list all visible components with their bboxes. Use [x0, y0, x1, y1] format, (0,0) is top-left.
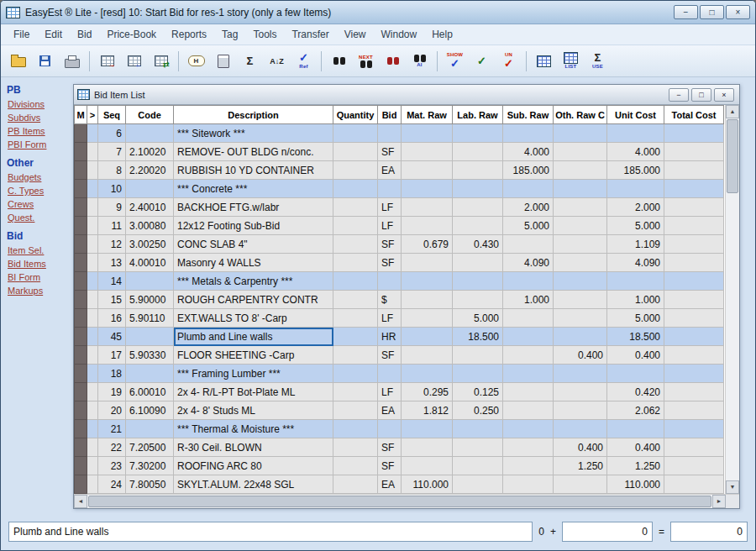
cell-gt[interactable]	[87, 328, 98, 346]
sort-button[interactable]: A↓Z	[264, 48, 290, 75]
cell-total[interactable]	[664, 180, 724, 198]
cell-bid[interactable]: SF	[378, 346, 402, 365]
cell-m[interactable]	[75, 217, 87, 235]
calculator-button[interactable]	[210, 48, 236, 75]
menu-price-book[interactable]: Price-Book	[99, 26, 164, 43]
cell-unit[interactable]: 185.000	[607, 161, 664, 180]
cell-sub[interactable]: 4.090	[503, 254, 554, 272]
cell-lab[interactable]	[453, 124, 503, 143]
cell-seq[interactable]: 7	[98, 143, 126, 161]
column-header-unit[interactable]: Unit Cost	[607, 106, 664, 124]
cell-desc[interactable]: CONC SLAB 4"	[174, 235, 333, 254]
bid-row-19[interactable]: 196.000102x 4- R/L-PT Bot-Plate MLLF0.29…	[75, 383, 724, 401]
cell-m[interactable]	[75, 143, 87, 161]
cell-qty[interactable]	[333, 272, 378, 291]
bid-row-15[interactable]: 155.90000ROUGH CARPENTRY CONTR$1.0001.00…	[75, 291, 724, 309]
cell-unit[interactable]: 2.000	[607, 198, 664, 217]
find-tagged-button[interactable]	[380, 48, 406, 75]
cell-m[interactable]	[75, 438, 87, 457]
cell-mat[interactable]	[402, 309, 453, 328]
cell-unit[interactable]	[607, 124, 664, 143]
sidebar-link-markups[interactable]: Markups	[8, 286, 69, 296]
cell-qty[interactable]	[333, 235, 378, 254]
bid-row-16[interactable]: 165.90110EXT.WALLS TO 8' -CarpLF5.0005.0…	[75, 309, 724, 328]
cell-gt[interactable]	[87, 420, 98, 438]
bid-row-10[interactable]: 10*** Concrete ***	[75, 180, 724, 198]
cell-gt[interactable]	[87, 235, 98, 254]
cell-bid[interactable]	[378, 365, 402, 383]
column-header-m[interactable]: M	[75, 106, 87, 124]
cell-gt[interactable]	[87, 143, 98, 161]
cell-sub[interactable]	[503, 309, 554, 328]
column-header-sub[interactable]: Sub. Raw	[503, 106, 554, 124]
column-header-bid[interactable]: Bid	[378, 106, 402, 124]
price-grid-button[interactable]	[531, 48, 557, 75]
tag-all-button[interactable]: ✓	[469, 48, 495, 75]
cell-oth[interactable]: 0.400	[554, 438, 607, 457]
cell-qty[interactable]	[333, 383, 378, 401]
cell-gt[interactable]	[87, 346, 98, 365]
cell-code[interactable]: 2.10020	[126, 143, 174, 161]
scroll-up-arrow[interactable]: ▲	[726, 105, 739, 118]
cell-oth[interactable]	[554, 254, 607, 272]
cell-seq[interactable]: 14	[98, 272, 126, 291]
menu-transfer[interactable]: Transfer	[284, 26, 336, 43]
cell-bid[interactable]: SF	[378, 457, 402, 475]
cell-oth[interactable]	[554, 217, 607, 235]
cell-m[interactable]	[75, 291, 87, 309]
cell-unit[interactable]: 18.500	[607, 328, 664, 346]
cell-sub[interactable]: 4.000	[503, 143, 554, 161]
cell-m[interactable]	[75, 254, 87, 272]
column-header-seq[interactable]: Seq	[98, 106, 126, 124]
cell-gt[interactable]	[87, 254, 98, 272]
cell-oth[interactable]	[554, 383, 607, 401]
bid-row-18[interactable]: 18*** Framing Lumber ***	[75, 365, 724, 383]
sidebar-link-pbi-form[interactable]: PBI Form	[8, 139, 69, 150]
cell-m[interactable]	[75, 346, 87, 365]
cell-code[interactable]: 4.00010	[126, 254, 174, 272]
cell-oth[interactable]	[554, 291, 607, 309]
cell-desc[interactable]: ROOFING ARC 80	[174, 457, 333, 475]
child-close-button[interactable]: ×	[714, 88, 734, 102]
cell-lab[interactable]	[453, 365, 503, 383]
cell-seq[interactable]: 21	[98, 420, 126, 438]
cell-code[interactable]: 7.30200	[126, 457, 174, 475]
cell-m[interactable]	[75, 328, 87, 346]
cell-mat[interactable]	[402, 217, 453, 235]
cell-mat[interactable]	[402, 180, 453, 198]
cell-gt[interactable]	[87, 309, 98, 328]
cell-lab[interactable]	[453, 198, 503, 217]
save-button[interactable]	[32, 48, 58, 75]
cell-lab[interactable]	[453, 475, 503, 494]
cell-gt[interactable]	[87, 365, 98, 383]
cell-sub[interactable]	[503, 180, 554, 198]
cell-unit[interactable]: 110.000	[607, 475, 664, 494]
cell-gt[interactable]	[87, 217, 98, 235]
cell-unit[interactable]: 1.250	[607, 457, 664, 475]
bid-row-6[interactable]: 6*** Sitework ***	[75, 124, 724, 143]
sum-button[interactable]: Σ	[237, 48, 263, 75]
menu-help[interactable]: Help	[424, 26, 460, 43]
cell-seq[interactable]: 9	[98, 198, 126, 217]
cell-mat[interactable]: 0.295	[402, 383, 453, 401]
cell-qty[interactable]	[333, 309, 378, 328]
cell-bid[interactable]: EA	[378, 475, 402, 494]
cell-seq[interactable]: 24	[98, 475, 126, 494]
bid-row-8[interactable]: 82.20020RUBBISH 10 YD CONTAINEREA185.000…	[75, 161, 724, 180]
cell-m[interactable]	[75, 457, 87, 475]
cell-sub[interactable]: 185.000	[503, 161, 554, 180]
cell-mat[interactable]	[402, 365, 453, 383]
cell-desc[interactable]: FLOOR SHEETING -Carp	[174, 346, 333, 365]
cell-seq[interactable]: 10	[98, 180, 126, 198]
cell-code[interactable]: 7.20500	[126, 438, 174, 457]
cell-oth[interactable]: 0.400	[554, 346, 607, 365]
cell-seq[interactable]: 22	[98, 438, 126, 457]
cell-qty[interactable]	[333, 217, 378, 235]
cell-code[interactable]: 6.00010	[126, 383, 174, 401]
cell-bid[interactable]: LF	[378, 309, 402, 328]
sidebar-link-budgets[interactable]: Budgets	[8, 172, 69, 182]
sidebar-link-subdivs[interactable]: Subdivs	[8, 113, 69, 123]
cell-unit[interactable]	[607, 365, 664, 383]
sidebar-link-bid-items[interactable]: Bid Items	[8, 259, 69, 269]
cell-mat[interactable]	[402, 457, 453, 475]
